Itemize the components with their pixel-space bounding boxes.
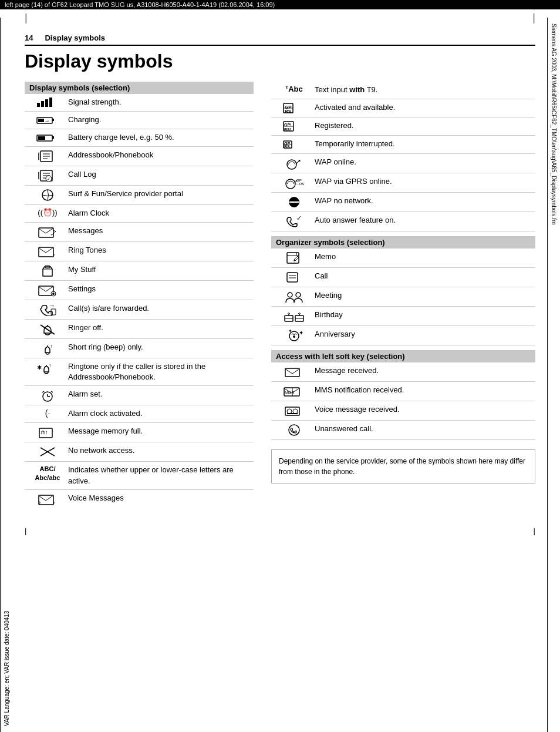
messages-icon [27, 226, 68, 239]
svg-point-72 [296, 293, 301, 297]
call-icon [274, 271, 315, 284]
list-item: MMS MMS notification received. [271, 382, 535, 401]
alarm-activated-icon: (· [27, 408, 68, 418]
my-stuff-text: My Stuff [68, 264, 251, 275]
short-ring-icon: ↑ [27, 342, 68, 355]
message-received-icon [274, 365, 315, 378]
svg-rect-83 [285, 368, 299, 377]
list-item: Surf & Fun/Service provider portal [25, 186, 254, 205]
birthday-text: Birthday [315, 310, 533, 320]
right-column: TAbc Text input with T9. GP RS Activated… [271, 82, 535, 509]
list-item: ↑ Short ring (beep) only. [25, 339, 254, 358]
svg-text:RS: RS [285, 109, 292, 114]
top-bar-text: left page (14) of CF62 Leopard TMO SUG u… [5, 1, 275, 8]
alarm-clock-text: Alarm Clock [68, 208, 251, 219]
no-network-icon [27, 445, 68, 458]
list-item: ↗ GP ←RS WAP via GPRS online. [271, 173, 535, 193]
svg-text:✱: ✱ [37, 364, 42, 371]
settings-icon [27, 284, 68, 297]
wap-no-network-icon [274, 196, 315, 209]
page-section-title: Display symbols [45, 33, 105, 42]
wap-online-icon: ↗ [274, 157, 315, 170]
left-column: Display symbols (selection) Signal stren… [25, 82, 254, 509]
bottom-marks: | | [25, 509, 535, 541]
signal-strength-text: Signal strength. [68, 97, 251, 108]
list-item: Unanswered call. [271, 421, 535, 440]
signal-strength-icon [27, 97, 68, 108]
list-item: (· Alarm clock activated. [25, 405, 254, 423]
list-item: Addressbook/Phonebook [25, 147, 254, 166]
list-item: ABC/Abc/abc Indicates whether upper or l… [25, 462, 254, 489]
svg-rect-10 [52, 136, 54, 139]
list-item: TAbc Text input with T9. [271, 82, 535, 99]
svg-rect-9 [38, 136, 45, 140]
list-item: Settings [25, 281, 254, 300]
list-item: ((⏰)) Alarm Clock [25, 205, 254, 223]
svg-rect-67 [287, 253, 299, 263]
top-bar: left page (14) of CF62 Leopard TMO SUG u… [0, 0, 560, 9]
list-item: WAP no network. [271, 193, 535, 212]
list-item: Ringer off. [25, 320, 254, 339]
svg-rect-3 [49, 98, 52, 107]
surf-fun-icon [27, 189, 68, 202]
svg-text:♪: ♪ [38, 499, 41, 506]
gp-rs-interrupted-icon: GP RS [274, 139, 315, 150]
t9-text: Text input with T9. [315, 85, 533, 95]
ringtone-addressbook-icon: ✱ ↑ [27, 361, 68, 374]
charging-text: Charging. [68, 115, 251, 125]
svg-point-21 [42, 190, 53, 200]
svg-point-91 [289, 425, 299, 435]
svg-text:RS: RS [284, 145, 290, 149]
svg-text:→: → [49, 303, 55, 309]
my-stuff-icon [27, 264, 68, 277]
svg-text:✓: ✓ [47, 177, 50, 181]
list-item: GP! RS! Registered. [271, 117, 535, 136]
surf-fun-text: Surf & Fun/Service provider portal [68, 189, 251, 199]
auto-answer-icon: ✓ [274, 215, 315, 228]
alarm-set-text: Alarm set. [68, 389, 251, 399]
memo-icon [274, 251, 315, 264]
message-received-text: Message received. [315, 365, 533, 376]
list-item: GP RS Activated and available. [271, 99, 535, 117]
bottom-mark-left: | [25, 526, 26, 535]
ringer-off-text: Ringer off. [68, 323, 251, 333]
list-item: ♪ Ring Tones [25, 242, 254, 261]
svg-point-89 [293, 409, 298, 414]
list-item: ✓ Auto answer feature on. [271, 212, 535, 231]
list-item: Signal strength. [25, 94, 254, 112]
svg-text:♪: ♪ [52, 499, 55, 506]
list-item: Birthday [271, 307, 535, 326]
svg-point-88 [287, 409, 292, 414]
settings-text: Settings [68, 284, 251, 294]
list-item: GP RS Temporarily interrupted. [271, 136, 535, 154]
svg-text:RS!: RS! [284, 127, 291, 132]
unanswered-call-text: Unanswered call. [315, 424, 533, 434]
two-column-layout: Display symbols (selection) Signal stren… [25, 82, 535, 509]
bottom-mark-right: | [534, 526, 535, 535]
case-letters-icon: ABC/Abc/abc [27, 465, 68, 482]
svg-text:↑: ↑ [50, 343, 53, 349]
svg-text:↗: ↗ [295, 157, 301, 166]
meeting-icon [274, 290, 315, 303]
list-item: ↗ WAP online. [271, 154, 535, 173]
svg-text:✓: ✓ [296, 215, 302, 221]
list-item: → Charging. [25, 112, 254, 129]
wap-gprs-text: WAP via GPRS online. [315, 176, 533, 187]
list-item: ↑ Message memory full. [25, 423, 254, 442]
short-ring-text: Short ring (beep) only. [68, 342, 251, 352]
page-number: 14 [25, 33, 33, 42]
gp-rs-registered-icon: GP! RS! [274, 120, 315, 132]
case-letters-text: Indicates whether upper or lower-case le… [68, 465, 251, 486]
registered-text: Registered. [315, 120, 533, 131]
list-item: ✦ ✦ Anniversary [271, 326, 535, 345]
addressbook-icon [27, 150, 68, 163]
list-item: Voice message received. [271, 401, 535, 421]
wap-no-network-text: WAP no network. [315, 196, 533, 206]
anniversary-icon: ✦ ✦ [274, 329, 315, 342]
messages-text: Messages [68, 226, 251, 236]
memo-text: Memo [315, 251, 533, 262]
svg-rect-90 [287, 413, 298, 414]
ringer-off-icon [27, 323, 68, 335]
call-text: Call [315, 271, 533, 281]
svg-text:✦: ✦ [288, 329, 292, 334]
